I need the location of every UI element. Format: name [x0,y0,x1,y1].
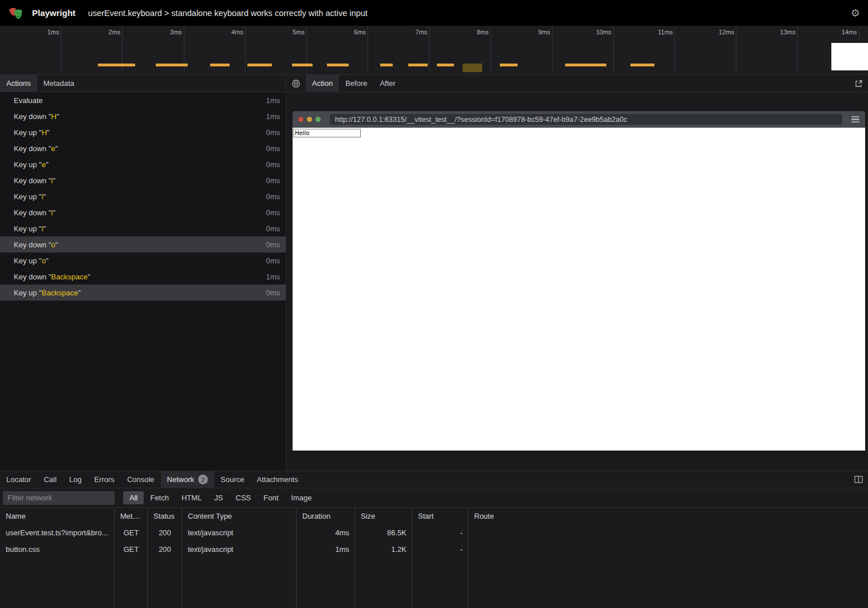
timeline-action-bar[interactable] [380,64,393,66]
timeline-action-bar[interactable] [210,64,230,66]
timeline-tick-cell: 10ms [553,26,614,74]
menu-hamburger-icon[interactable] [851,116,859,123]
timeline-tick-cell: 11ms [614,26,675,74]
tab-label: Log [69,475,82,484]
tab-label: Action [312,79,333,88]
action-row[interactable]: Key down "H"1ms [0,108,286,124]
action-duration: 0ms [266,192,280,201]
action-row[interactable]: Key up "l"0ms [0,188,286,204]
cell-dur: 1ms [297,545,355,554]
action-row[interactable]: Key up "H"0ms [0,124,286,140]
column-header-start[interactable]: Start [412,512,468,520]
network-table-header: NameMethodStatusContent TypeDurationSize… [0,508,868,524]
timeline-tick-label: 10ms [596,29,611,35]
action-row[interactable]: Key up "o"0ms [0,252,286,269]
timeline-tick-cell: 5ms [246,26,307,74]
column-header-status[interactable]: Status [148,512,182,520]
filter-chip-js[interactable]: JS [208,491,229,504]
timeline-tick-label: 12ms [719,29,734,35]
action-row[interactable]: Key down "o"0ms [0,236,286,252]
timeline-action-bar[interactable] [565,64,606,66]
timeline-tick-cell: 13ms [736,26,798,74]
timeline-action-bar[interactable] [98,64,135,66]
column-header-method[interactable]: Method [115,512,148,520]
toggle-columns-layout-icon[interactable] [849,471,868,488]
action-duration: 1ms [266,273,280,281]
filter-chip-font[interactable]: Font [257,491,285,504]
action-key-value: o [51,240,55,249]
open-external-icon[interactable] [850,75,868,92]
action-row[interactable]: Key up "e"0ms [0,156,286,172]
settings-gear-icon[interactable]: ⚙ [851,8,860,18]
network-filter-input[interactable] [3,491,115,505]
pick-locator-target-icon[interactable] [286,75,306,92]
cell-type: text/javascript [182,545,297,554]
cell-status: 200 [148,545,182,554]
filter-chip-html[interactable]: HTML [175,491,208,504]
actions-tabbar: ActionsMetadata [0,75,286,92]
action-key-value: H [42,128,47,137]
timeline-tick-cell: 3ms [123,26,184,74]
tab-locator[interactable]: Locator [0,471,37,488]
column-header-size[interactable]: Size [355,512,412,520]
timeline-action-bar[interactable] [500,64,518,66]
timeline-selected-range [463,64,482,72]
cell-method: GET [115,528,148,537]
tab-after[interactable]: After [373,75,401,92]
timeline-action-bar[interactable] [437,64,454,66]
bottom-tabbar: LocatorCallLogErrorsConsoleNetwork2Sourc… [0,471,868,488]
timeline-filmstrip-thumbnail[interactable] [831,43,868,70]
action-duration: 1ms [266,112,280,121]
tab-call[interactable]: Call [37,471,62,488]
tab-attachments[interactable]: Attachments [250,471,304,488]
timeline-tick-label: 3ms [170,29,182,35]
tab-metadata[interactable]: Metadata [37,75,81,92]
address-bar: http://127.0.0.1:63315/__vitest_test__/?… [330,114,842,125]
tab-log[interactable]: Log [63,471,88,488]
filter-chip-image[interactable]: Image [285,491,318,504]
timeline-action-bar[interactable] [156,64,188,66]
tab-errors[interactable]: Errors [88,471,120,488]
action-row[interactable]: Evaluate1ms [0,92,286,108]
timeline-tick-cell: 12ms [675,26,736,74]
action-row[interactable]: Key down "Backspace"1ms [0,269,286,285]
column-header-route[interactable]: Route [468,512,868,520]
tab-network[interactable]: Network2 [161,471,215,488]
timeline-tick-cell: 9ms [491,26,553,74]
filter-chip-fetch[interactable]: Fetch [144,491,175,504]
action-row[interactable]: Key down "l"0ms [0,172,286,188]
network-request-row[interactable]: userEvent.test.ts?import&bro...GET200tex… [0,524,868,541]
action-row[interactable]: Key up "Backspace"0ms [0,285,286,301]
timeline-action-bar[interactable] [327,64,349,66]
action-row[interactable]: Key up "l"0ms [0,220,286,236]
tab-label: Before [345,79,367,88]
tab-console[interactable]: Console [121,471,161,488]
action-row[interactable]: Key down "e"0ms [0,140,286,156]
action-duration: 0ms [266,224,280,233]
action-key-value: e [42,160,46,169]
tab-label: Console [127,475,155,484]
tab-source[interactable]: Source [214,471,250,488]
timeline-action-bar[interactable] [630,64,654,66]
timeline-action-bar[interactable] [408,64,428,66]
filter-chip-all[interactable]: All [123,491,144,504]
action-label: Key up [14,256,37,265]
page-text-input[interactable] [293,129,361,137]
column-header-name[interactable]: Name [0,512,115,520]
timeline-tick-cell: 1ms [0,26,61,74]
tab-before[interactable]: Before [339,75,373,92]
timeline-action-bar[interactable] [247,64,272,66]
network-request-row[interactable]: button.cssGET200text/javascript1ms1.2K- [0,541,868,558]
column-header-content-type[interactable]: Content Type [182,512,297,520]
timeline[interactable]: 1ms2ms3ms4ms5ms6ms7ms8ms9ms10ms11ms12ms1… [0,26,868,75]
timeline-action-bar[interactable] [292,64,313,66]
filter-chip-css[interactable]: CSS [230,491,258,504]
traffic-light-yellow [307,117,312,122]
action-row[interactable]: Key down "l"0ms [0,204,286,220]
action-label: Key down [14,176,46,185]
tab-action[interactable]: Action [306,75,339,92]
timeline-tick-label: 2ms [109,29,121,35]
network-filter-row: AllFetchHTMLJSCSSFontImage [0,488,868,508]
column-header-duration[interactable]: Duration [297,512,355,520]
tab-actions[interactable]: Actions [0,75,37,92]
